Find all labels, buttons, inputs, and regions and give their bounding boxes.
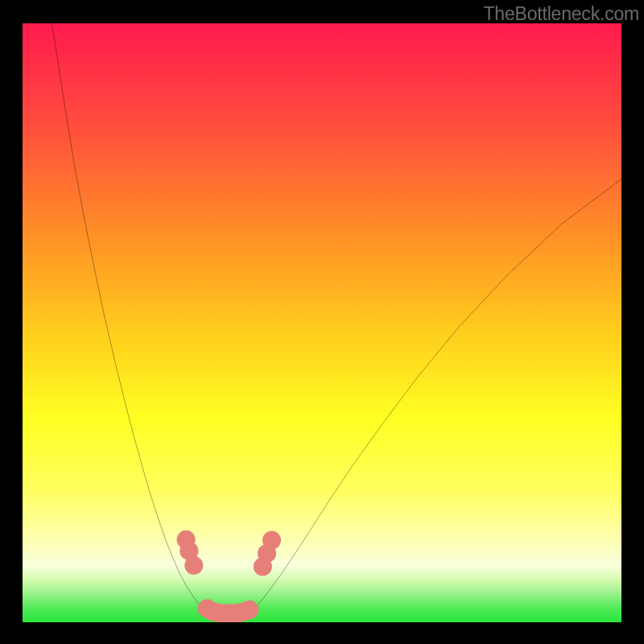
data-marker (184, 556, 203, 575)
chart-frame: TheBottleneck.com (0, 0, 644, 644)
data-marker (240, 601, 258, 619)
curve-right-branch (245, 179, 621, 616)
data-marker (262, 531, 281, 550)
curve-layer (23, 23, 621, 622)
curve-left-branch (52, 23, 214, 617)
plot-area (23, 23, 621, 622)
watermark-text: TheBottleneck.com (484, 3, 639, 25)
